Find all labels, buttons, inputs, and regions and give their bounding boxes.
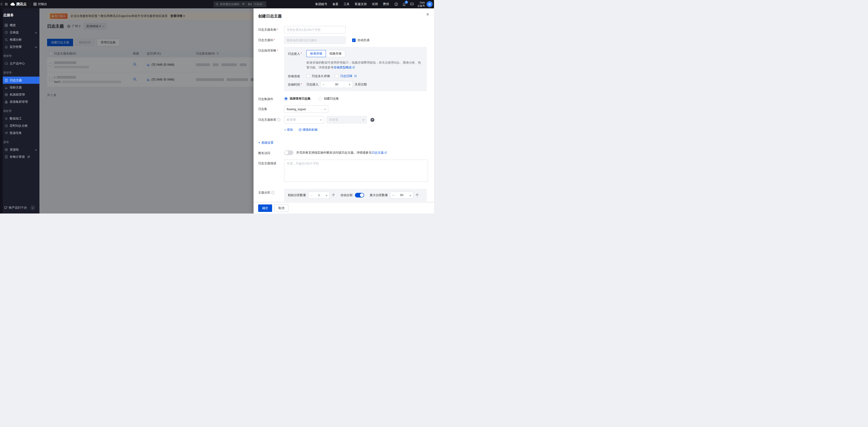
global-search-placeholder: 支持通过实例ID、IP、名称等搜索资源 bbox=[220, 2, 252, 6]
sidebar-item-delivery-task[interactable]: 投递任务 bbox=[3, 129, 39, 136]
sidebar-item-search-analysis[interactable]: 检索分析 bbox=[3, 36, 39, 43]
storage-type-overview-link[interactable]: 存储类型概述 bbox=[334, 66, 352, 69]
tag-key-placeholder: 标签键 bbox=[287, 118, 296, 122]
topbar: E 腾讯云 控制台 支持通过实例ID、IP、名称等搜索资源 快捷键 / bbox=[0, 0, 434, 8]
menu-billing[interactable]: 费用 bbox=[383, 2, 389, 6]
logset-select[interactable]: flowlog_logset bbox=[284, 105, 328, 113]
auto-split-toggle[interactable] bbox=[355, 193, 364, 197]
external-link-icon bbox=[352, 66, 355, 69]
confirm-button[interactable]: 确定 bbox=[258, 205, 272, 212]
metric-topic-icon bbox=[5, 86, 8, 89]
create-logset-radio[interactable] bbox=[318, 97, 322, 100]
permanent-storage-checkbox[interactable] bbox=[306, 74, 310, 78]
notification-badge: 5 bbox=[405, 1, 408, 4]
left-collapsed-strip bbox=[0, 8, 3, 214]
close-icon[interactable]: ✕ bbox=[426, 12, 429, 17]
rate-product-button[interactable]: 给产品打个分 ☺ bbox=[4, 205, 35, 210]
sidebar-item-dashboard[interactable]: 仪表盘 bbox=[3, 29, 39, 36]
initial-partition-plus-button[interactable]: + bbox=[323, 192, 330, 199]
chevron-down-icon bbox=[324, 108, 326, 110]
partition-unit: 个 bbox=[416, 193, 419, 197]
console-panel-icon[interactable] bbox=[409, 1, 415, 7]
log-settling-checkbox[interactable] bbox=[335, 74, 338, 78]
sidebar-item-log-topic[interactable]: 日志主题 bbox=[3, 77, 39, 84]
sidebar-item-data-processing[interactable]: 数据加工 bbox=[3, 115, 39, 122]
log-settling-label[interactable]: 日志沉降 bbox=[340, 74, 352, 78]
tencent-cloud-logo[interactable]: 腾讯云 bbox=[10, 2, 27, 6]
menu-support[interactable]: 客服支持 bbox=[355, 2, 367, 6]
console-link[interactable]: 控制台 bbox=[33, 2, 47, 6]
logset-operation-label: 日志集操作 bbox=[258, 95, 284, 101]
initial-partition-input[interactable]: 1 bbox=[314, 192, 323, 199]
menu-icp[interactable]: 备案 bbox=[332, 2, 338, 6]
avatar[interactable]: D bbox=[427, 1, 433, 7]
sidebar-section-resource-mgmt: 源管理 bbox=[3, 67, 39, 77]
standard-storage-button[interactable]: 标准存储 bbox=[306, 50, 326, 57]
add-tag-button[interactable]: + 添加 bbox=[284, 128, 293, 132]
max-partition-plus-button[interactable]: + bbox=[407, 192, 413, 199]
max-partition-minus-button[interactable]: − bbox=[390, 192, 396, 199]
tag-key-select[interactable]: 标签键 bbox=[284, 116, 324, 123]
menu-group-account[interactable]: 集团账号 bbox=[315, 2, 327, 6]
partition-field-label: 主题分区 bbox=[258, 189, 284, 202]
data-process-icon bbox=[5, 117, 8, 120]
storage-expire-label: 天后过期 bbox=[355, 82, 367, 87]
storage-policy-panel: 日志接入 标准存储 低频存储 标准存储的数据可使用所有能 bbox=[284, 47, 427, 91]
sidebar-item-monitor-alarm[interactable]: 监控告警 bbox=[3, 43, 39, 50]
id-field-label: 日志主题ID bbox=[258, 36, 284, 44]
sidebar-item-price-calculator[interactable]: 价格计算器 bbox=[3, 153, 39, 160]
remove-tag-icon[interactable] bbox=[370, 118, 374, 122]
drawer-body: 日志主题名称 日志主题ID 自动生成 日志保存策略 bbox=[253, 20, 434, 203]
days-plus-button[interactable]: + bbox=[347, 81, 353, 88]
drawer-footer: 确定 取消 bbox=[253, 203, 434, 214]
infrequent-storage-button[interactable]: 低频存储 bbox=[326, 50, 345, 57]
external-link-icon bbox=[27, 155, 30, 158]
topbar-menu: 集团账号 备案 工具 客服支持 试用 费用 bbox=[315, 2, 389, 6]
sidebar-item-container-cluster[interactable]: 容器集群管理 bbox=[3, 98, 39, 105]
sidebar-item-label: 容器集群管理 bbox=[10, 100, 28, 104]
menu-tools[interactable]: 工具 bbox=[344, 2, 349, 6]
days-minus-button[interactable]: − bbox=[320, 81, 327, 88]
topic-name-input[interactable] bbox=[284, 26, 346, 33]
name-field-label: 日志主题名称 bbox=[258, 26, 284, 33]
notification-bell-icon[interactable]: 5 bbox=[401, 1, 407, 7]
sidebar-item-scheduled-sql[interactable]: 定时SQL分析 bbox=[3, 122, 39, 129]
anonymous-access-toggle[interactable] bbox=[284, 150, 293, 155]
sidebar-item-metric-topic[interactable]: 指标主题 bbox=[3, 84, 39, 91]
help-icon[interactable] bbox=[393, 1, 399, 7]
global-search-input[interactable]: 支持通过实例ID、IP、名称等搜索资源 快捷键 / bbox=[214, 1, 266, 7]
info-icon[interactable] bbox=[271, 191, 274, 194]
rate-smiley-icon[interactable]: ☺ bbox=[30, 205, 35, 210]
user-menu[interactable]: Dale 主账号 D bbox=[417, 1, 433, 8]
console-label: 控制台 bbox=[38, 2, 47, 6]
auto-generate-checkbox[interactable] bbox=[352, 38, 355, 42]
container-cluster-icon bbox=[5, 100, 8, 103]
cancel-button[interactable]: 取消 bbox=[274, 205, 288, 212]
advanced-settings-label: 高级设置 bbox=[261, 141, 274, 145]
feedback-icon bbox=[4, 206, 7, 209]
sidebar-item-resource-pack[interactable]: 资源包 bbox=[3, 146, 39, 153]
search-analysis-icon bbox=[5, 38, 8, 41]
choose-existing-logset-radio[interactable] bbox=[284, 97, 288, 100]
storage-days-input[interactable]: 30 bbox=[327, 81, 347, 88]
menu-trial[interactable]: 试用 bbox=[372, 2, 378, 6]
advanced-settings-toggle[interactable]: ▼ 高级设置 bbox=[258, 141, 429, 145]
sidebar-section-data-processing: 据处理 bbox=[3, 105, 39, 115]
info-icon[interactable] bbox=[277, 118, 280, 121]
topbar-icons: 5 bbox=[393, 1, 415, 7]
sidebar-item-label: 日志主题 bbox=[10, 78, 22, 82]
max-partition-input[interactable]: 50 bbox=[396, 192, 407, 199]
topic-id-input bbox=[284, 36, 346, 44]
sidebar-item-label: 监控告警 bbox=[10, 45, 22, 49]
topic-description-textarea[interactable] bbox=[284, 160, 428, 182]
cloud-product-icon bbox=[5, 62, 8, 65]
hamburger-icon[interactable] bbox=[3, 1, 9, 7]
console-grid-icon bbox=[33, 3, 37, 6]
initial-partition-minus-button[interactable]: − bbox=[308, 192, 314, 199]
key-value-pasteboard-button[interactable]: 键值粘贴板 bbox=[299, 128, 318, 132]
sidebar-item-cloud-product-center[interactable]: 云产品中心 bbox=[3, 60, 39, 67]
sidebar-item-overview[interactable]: 概览 bbox=[3, 22, 39, 29]
anonymous-doc-link[interactable]: 日志主题 bbox=[372, 151, 384, 154]
storage-time-label: 存储时间 bbox=[288, 81, 306, 88]
sidebar-item-machine-group[interactable]: 机器组管理 bbox=[3, 91, 39, 98]
